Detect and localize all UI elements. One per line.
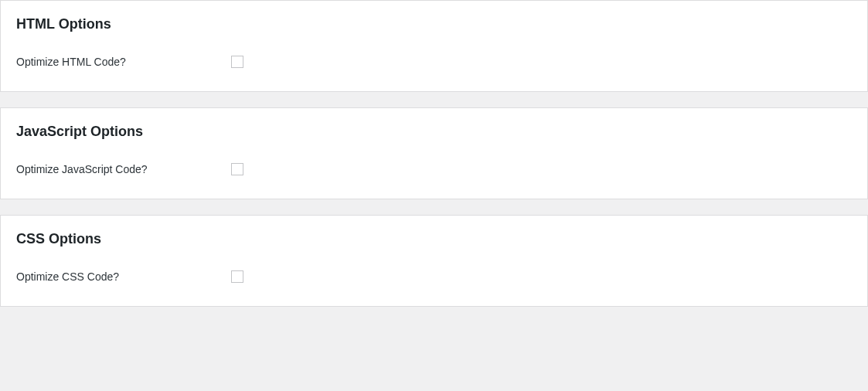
optimize-javascript-label: Optimize JavaScript Code? (16, 163, 231, 175)
optimize-css-row: Optimize CSS Code? (16, 270, 852, 283)
optimize-html-label: Optimize HTML Code? (16, 56, 231, 68)
javascript-options-title: JavaScript Options (16, 124, 852, 140)
css-options-title: CSS Options (16, 231, 852, 247)
optimize-css-checkbox[interactable] (231, 270, 243, 283)
html-options-panel: HTML Options Optimize HTML Code? (0, 0, 868, 92)
optimize-javascript-row: Optimize JavaScript Code? (16, 163, 852, 175)
css-options-panel: CSS Options Optimize CSS Code? (0, 215, 868, 307)
optimize-html-checkbox[interactable] (231, 56, 243, 68)
optimize-css-label: Optimize CSS Code? (16, 270, 231, 283)
html-options-title: HTML Options (16, 16, 852, 32)
optimize-javascript-checkbox[interactable] (231, 163, 243, 175)
javascript-options-panel: JavaScript Options Optimize JavaScript C… (0, 107, 868, 199)
optimize-html-row: Optimize HTML Code? (16, 56, 852, 68)
